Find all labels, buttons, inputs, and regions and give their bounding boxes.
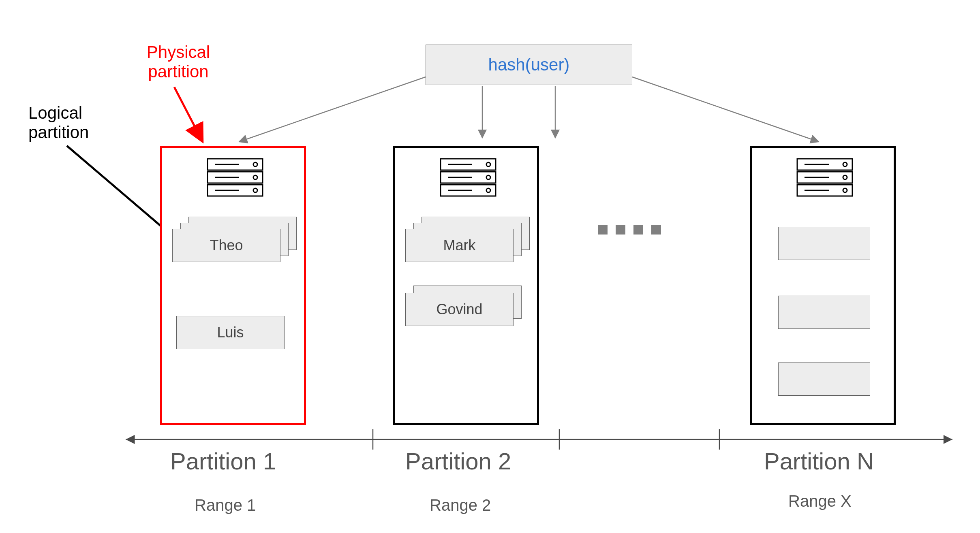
range-1-label: Range 1 xyxy=(195,496,256,514)
partition-2-title: Partition 2 xyxy=(405,448,511,475)
partition-n-title: Partition N xyxy=(764,448,874,475)
partition-1-title: Partition 1 xyxy=(170,448,276,475)
range-axis xyxy=(0,0,980,486)
range-x-label: Range X xyxy=(788,492,852,510)
diagram-stage: hash(user) Physical partition xyxy=(0,0,980,533)
range-2-label: Range 2 xyxy=(430,496,491,514)
